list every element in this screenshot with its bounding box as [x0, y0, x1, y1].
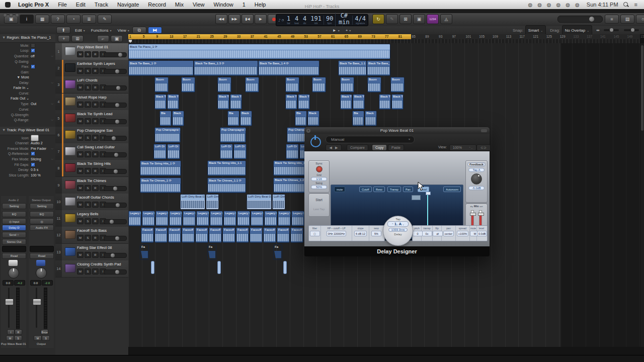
- region-legacy-b[interactable]: Legacy B: [223, 211, 236, 226]
- region-black-tie-bass-1-4[interactable]: Black Tie Bass_1.4 ⟳: [258, 60, 319, 76]
- track-r-button[interactable]: R: [92, 235, 99, 241]
- count-in-button[interactable]: 1234: [427, 14, 439, 24]
- pan-knob[interactable]: [36, 267, 47, 279]
- region-boom[interactable]: Boom: [367, 77, 381, 93]
- graph-tab-cutoff[interactable]: Cutoff: [359, 187, 372, 192]
- region-black[interactable]: Black: [365, 111, 377, 126]
- region-faceoff[interactable]: Faceoff: [263, 227, 276, 243]
- region-black-ti[interactable]: Black Ti: [230, 94, 242, 110]
- region-black-ti[interactable]: Black Ti: [298, 94, 310, 110]
- region-param-row-1[interactable]: Loop:✓: [0, 48, 55, 54]
- track-s-button[interactable]: S: [85, 268, 91, 275]
- graph-tab-reso[interactable]: Reso: [373, 187, 385, 192]
- region-legacy-b[interactable]: Legacy B: [128, 211, 141, 226]
- param-reso[interactable]: reso5%: [369, 226, 383, 241]
- master-volume-slider[interactable]: [557, 16, 603, 23]
- track-volume-slider[interactable]: [104, 69, 127, 74]
- region-black[interactable]: Black: [172, 111, 184, 126]
- strip-mute-button[interactable]: M: [6, 335, 14, 341]
- quick-help-button[interactable]: ?: [51, 15, 65, 24]
- region-black-ti[interactable]: Black Ti: [353, 94, 365, 110]
- window-controls[interactable]: [3, 10, 21, 19]
- region-lofi-dirt[interactable]: LoFi Dirt: [272, 194, 285, 210]
- region-param-row-2[interactable]: Quantize:off⌵: [0, 53, 55, 59]
- track-header-9[interactable]: 9Black Tie ChimesMSRI: [55, 177, 128, 194]
- inspector-toggle-button[interactable]: i: [20, 15, 34, 24]
- region-boom[interactable]: Boom: [285, 77, 299, 93]
- region-black-ti[interactable]: Black Ti: [285, 94, 297, 110]
- paste-button[interactable]: Paste: [388, 144, 404, 151]
- track-r-button[interactable]: R: [92, 51, 99, 57]
- region-faceoff[interactable]: Faceoff: [222, 227, 235, 243]
- region-boom[interactable]: Boom: [154, 77, 169, 93]
- replace-button[interactable]: ⊠: [399, 14, 412, 24]
- input-slot[interactable]: ◎: [30, 218, 54, 224]
- track-m-button[interactable]: M: [77, 202, 84, 208]
- region-param-row-10[interactable]: Fade Out ⌄: [0, 96, 55, 102]
- region-param-row-4[interactable]: Flex:✓: [0, 64, 55, 69]
- tools-button[interactable]: ✎: [98, 15, 112, 24]
- track-m-button[interactable]: M: [77, 102, 84, 108]
- region-param-row-13[interactable]: Q-Strength:: [0, 112, 55, 118]
- track-s-button[interactable]: S: [85, 168, 91, 174]
- region-faceoff[interactable]: Faceoff: [250, 227, 263, 243]
- view-menu[interactable]: View▾: [115, 26, 132, 34]
- region-faceoff[interactable]: Faceoff: [154, 227, 168, 243]
- track-s-button[interactable]: S: [85, 151, 91, 157]
- lcd-signature[interactable]: 4/4signature: [352, 16, 368, 25]
- track-r-button[interactable]: R: [92, 84, 99, 90]
- region-black-tie-chimes-1-1[interactable]: Black Tie Chimes_1.1 ⟳: [207, 177, 246, 193]
- lcd-display[interactable]: ♪◔1bar4beat4div191tick90bpmC# minkey4/4s…: [276, 14, 368, 26]
- track-s-button[interactable]: S: [85, 84, 91, 90]
- region-legacy-b[interactable]: Legacy B: [169, 211, 182, 226]
- region-black-tie-chimes-1[interactable]: Black Tie Chimes_1 ⟳: [140, 177, 181, 193]
- track-r-button[interactable]: R: [92, 168, 99, 174]
- link-button[interactable]: ⊂⊃: [476, 144, 491, 151]
- tap-pad[interactable]: Tap ⌃ 1. A ⌄ 1333.3ms Delay: [383, 216, 413, 246]
- region-bla[interactable]: Bla: [295, 111, 307, 126]
- track-s-button[interactable]: S: [85, 252, 91, 258]
- peak-readout[interactable]: -2.0: [42, 280, 53, 286]
- region-lofi-di[interactable]: LoFi Di: [220, 144, 233, 159]
- region-faceoff[interactable]: Faceoff: [209, 227, 222, 243]
- pan-knob[interactable]: [8, 267, 19, 279]
- track-volume-slider[interactable]: [104, 186, 127, 191]
- track-header-2[interactable]: 2Earthrise Synth LayersMSRI: [55, 60, 128, 77]
- preset-menu[interactable]: Manual▾: [326, 136, 415, 143]
- track-volume-slider[interactable]: [104, 236, 127, 241]
- horizontal-zoom-slider[interactable]: [624, 29, 639, 31]
- region-legacy-b[interactable]: Legacy B: [142, 211, 155, 226]
- track-volume-slider[interactable]: [104, 253, 127, 258]
- functions-menu[interactable]: Functions▾: [88, 26, 115, 34]
- region-param-row-6[interactable]: ▼ More: [0, 75, 55, 80]
- region-black-ti[interactable]: Black Ti: [154, 94, 167, 110]
- strip-mute-button[interactable]: M: [34, 335, 42, 341]
- param-pan[interactable]: pancenter: [442, 226, 456, 241]
- preset-prev-next-buttons[interactable]: ◀▶: [326, 144, 342, 151]
- region-black-tie-bass-1-3[interactable]: Black Tie Bass_1.3 ⟳: [194, 60, 258, 76]
- region-faceoff[interactable]: Faceoff: [277, 227, 290, 243]
- lcd-div[interactable]: 4div: [301, 16, 308, 25]
- region-legacy-b[interactable]: Legacy B: [183, 211, 196, 226]
- track-m-button[interactable]: M: [77, 252, 84, 258]
- compare-button[interactable]: Compare: [347, 144, 368, 151]
- track-r-button[interactable]: R: [92, 252, 99, 258]
- track-r-button[interactable]: R: [92, 151, 99, 157]
- region-param-row-9[interactable]: Curve:: [0, 90, 55, 96]
- region[interactable]: [151, 261, 154, 274]
- region-lofi-di[interactable]: LoFi Di: [286, 144, 299, 159]
- region-black-tie-piano-1[interactable]: Black Tie Piano_1 ⟳: [128, 44, 390, 59]
- region-black-tie-string-hits-1[interactable]: Black Tie String Hits_1 ⟳: [140, 160, 181, 176]
- play-button[interactable]: ▶: [255, 14, 267, 24]
- region-boom[interactable]: Boom: [181, 77, 195, 93]
- region-legacy-b[interactable]: Legacy B: [210, 211, 223, 226]
- region-legacy-b[interactable]: Legacy B: [196, 211, 209, 226]
- track-volume-slider[interactable]: [104, 103, 127, 108]
- track-s-button[interactable]: S: [85, 235, 91, 241]
- rewind-button[interactable]: ◀◀: [215, 14, 227, 24]
- track-m-button[interactable]: M: [77, 118, 84, 124]
- track-param-row-6[interactable]: Decay:0.5 s: [0, 167, 55, 172]
- graph-tab-pan[interactable]: Pan: [403, 187, 413, 192]
- track-m-button[interactable]: M: [77, 151, 84, 157]
- metronome-button[interactable]: ◬: [440, 14, 452, 24]
